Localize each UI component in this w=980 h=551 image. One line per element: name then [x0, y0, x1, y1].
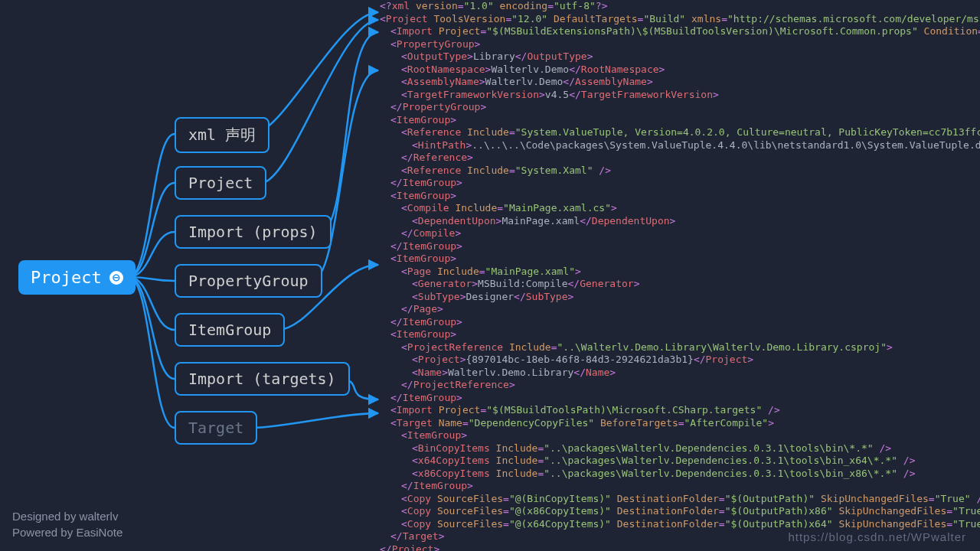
code-line: <?xml version="1.0" encoding="utf-8"?>: [380, 0, 980, 13]
footer-watermark: https://blog.csdn.net/WPwalter: [788, 530, 966, 543]
code-line: <Reference Include="System.ValueTuple, V…: [380, 126, 980, 139]
code-line: <x64CopyItems Include="..\packages\Walte…: [380, 455, 980, 468]
code-line: </Compile>: [380, 227, 980, 240]
footer-credits: Designed by walterlv Powered by EasiNote: [12, 508, 122, 540]
code-line: <Copy SourceFiles="@(x64CopyItems)" Dest…: [380, 518, 980, 531]
code-line: <Target Name="DependencyCopyFiles" Befor…: [380, 417, 980, 430]
code-line: </Project>: [380, 543, 980, 552]
mindmap-child-2[interactable]: Import (props): [175, 215, 332, 249]
footer-line1: Designed by walterlv: [12, 508, 122, 524]
collapse-icon[interactable]: ⊖: [109, 271, 123, 285]
code-line: <Import Project="$(MSBuildExtensionsPath…: [380, 25, 980, 38]
mindmap-child-4[interactable]: ItemGroup: [175, 313, 285, 347]
code-line: <Name>Walterlv.Demo.Library</Name>: [380, 367, 980, 380]
code-line: <ProjectReference Include="..\Walterlv.D…: [380, 341, 980, 354]
code-line: </ItemGroup>: [380, 480, 980, 493]
code-line: </Page>: [380, 303, 980, 316]
code-line: </PropertyGroup>: [380, 101, 980, 114]
root-label: Project: [31, 268, 102, 287]
code-line: <Page Include="MainPage.xaml">: [380, 266, 980, 279]
code-line: </ItemGroup>: [380, 316, 980, 329]
code-line: <HintPath>..\..\..\Code\packages\System.…: [380, 139, 980, 152]
code-line: </ItemGroup>: [380, 392, 980, 405]
mindmap-child-1[interactable]: Project: [175, 166, 266, 200]
mindmap-child-3[interactable]: PropertyGroup: [175, 264, 322, 298]
code-line: <ItemGroup>: [380, 328, 980, 341]
code-line: </ItemGroup>: [380, 240, 980, 253]
code-line: <Project>{897014bc-18eb-46f8-84d3-292462…: [380, 354, 980, 367]
code-line: </ItemGroup>: [380, 177, 980, 190]
code-line: <ItemGroup>: [380, 253, 980, 266]
xml-code-block: <?xml version="1.0" encoding="utf-8"?><P…: [380, 0, 980, 551]
code-line: <Import Project="$(MSBuildToolsPath)\Mic…: [380, 404, 980, 417]
code-line: <OutputType>Library</OutputType>: [380, 51, 980, 64]
code-line: <DependentUpon>MainPage.xaml</DependentU…: [380, 215, 980, 228]
code-line: </Reference>: [380, 152, 980, 165]
code-line: <RootNamespace>Walterlv.Demo</RootNamesp…: [380, 64, 980, 77]
code-line: <SubType>Designer</SubType>: [380, 291, 980, 304]
code-line: <AssemblyName>Walterlv.Demo</AssemblyNam…: [380, 76, 980, 89]
mindmap-child-6[interactable]: Target: [175, 411, 257, 445]
code-line: <Reference Include="System.Xaml" />: [380, 165, 980, 178]
code-line: </ProjectReference>: [380, 379, 980, 392]
code-line: <PropertyGroup>: [380, 38, 980, 51]
code-line: <ItemGroup>: [380, 190, 980, 203]
footer-line2: Powered by EasiNote: [12, 524, 122, 540]
code-line: <Project ToolsVersion="12.0" DefaultTarg…: [380, 13, 980, 26]
code-line: <TargetFrameworkVersion>v4.5</TargetFram…: [380, 89, 980, 102]
code-line: <Copy SourceFiles="@(x86CopyItems)" Dest…: [380, 505, 980, 518]
code-line: <ItemGroup>: [380, 114, 980, 127]
mindmap-child-0[interactable]: xml 声明: [175, 117, 270, 153]
code-line: <x86CopyItems Include="..\packages\Walte…: [380, 468, 980, 481]
code-line: <Compile Include="MainPage.xaml.cs">: [380, 202, 980, 215]
mindmap-child-5[interactable]: Import (targets): [175, 362, 350, 396]
code-line: <Copy SourceFiles="@(BinCopyItems)" Dest…: [380, 493, 980, 506]
mindmap-root-node[interactable]: Project ⊖: [18, 260, 136, 295]
code-line: <BinCopyItems Include="..\packages\Walte…: [380, 442, 980, 455]
code-line: <ItemGroup>: [380, 429, 980, 442]
code-line: <Generator>MSBuild:Compile</Generator>: [380, 278, 980, 291]
